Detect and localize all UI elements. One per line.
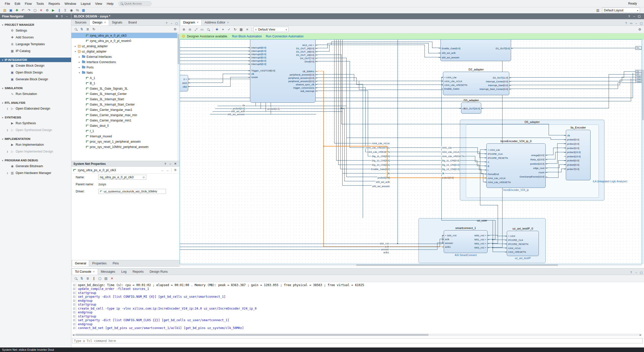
expand-hierarchy-icon[interactable]: ▦ (238, 27, 244, 32)
run-icon[interactable]: ▶ (50, 8, 56, 13)
block-pin[interactable]: Enable_Gate[0:0] (441, 46, 461, 51)
net-label[interactable]: Enable_Gate[0:0] (341, 167, 390, 171)
tree-item[interactable]: Interface Connections (71, 59, 180, 65)
block-pin[interactable]: B (487, 164, 512, 168)
block-pin[interactable]: peripheral_aresetn2[0:0] (287, 80, 315, 83)
block-pin[interactable]: AXI4_Lite_ACLK (487, 176, 512, 180)
copy-icon[interactable]: ▢ (97, 276, 103, 281)
block-pin[interactable]: Enable_Gates (443, 87, 468, 91)
block-pin[interactable]: D2_OUT[11:0] (479, 76, 509, 80)
menu-item[interactable]: Flow (22, 1, 34, 6)
block-pin[interactable]: s00_axi_aresetn (441, 55, 461, 60)
block-pin[interactable]: clk (566, 133, 581, 138)
search-icon[interactable] (73, 27, 78, 32)
block-pin[interactable]: probe1[0:0] (566, 142, 581, 146)
block-pin[interactable]: peripheral_aresetn1[0:0] (287, 76, 315, 80)
dashboard-icon[interactable]: ▥ (595, 8, 601, 13)
flow-nav-section-header[interactable]: IMPLEMENTATION (0, 137, 71, 141)
block-pin[interactable]: + AXI4_Lite (487, 148, 512, 152)
gear-icon[interactable]: ⚙ (172, 27, 178, 32)
flow-nav-item[interactable]: ▦ IP Catalog (0, 47, 71, 54)
flow-nav-item[interactable]: ▷ Open Implemented Design (0, 148, 71, 155)
search-icon[interactable] (205, 27, 211, 32)
block-pin[interactable]: Interrupt3[0:0] (250, 56, 276, 59)
flow-nav-item[interactable]: ▣ Generate Block Design (0, 76, 71, 83)
block-d2-adapter[interactable]: D2_adapter + AXI4_LiteAXI4_Lite_ACLKAXI4… (443, 67, 509, 95)
flow-nav-section-header[interactable]: PROGRAM AND DEBUG (0, 158, 71, 163)
flow-nav-item[interactable]: ∿ Run Simulation (0, 90, 71, 97)
net-label[interactable]: AXI4_Lite (441, 145, 474, 150)
block-ila-encoder[interactable]: ila_Encoder clkprobe0[0:0]probe1[0:0]pro… (566, 125, 591, 180)
line-wrap-icon[interactable]: ≣ (85, 276, 91, 281)
block-pin[interactable]: IPCORE_RESETN (487, 156, 512, 160)
block-pin[interactable]: wdt_interrupt (287, 89, 315, 93)
block-pin[interactable]: probe0[0:0] (566, 138, 581, 142)
block-pin[interactable]: s00_axi_aclk (441, 51, 461, 55)
help-icon[interactable]: ? (60, 14, 64, 19)
menu-item[interactable]: Help (104, 1, 116, 6)
undo-icon[interactable]: ↶ (20, 8, 26, 13)
close-tab-icon[interactable] (93, 270, 95, 273)
help-icon[interactable]: ? (627, 14, 631, 19)
run-connection-automation-link[interactable]: Run Connection Automation (266, 35, 303, 38)
tree-expand-icon[interactable] (78, 56, 81, 58)
tab[interactable]: Tcl Console (72, 268, 98, 275)
net-label[interactable]: clk (341, 171, 390, 175)
tree-item[interactable]: Gates_Carrier_triangular_max_min (71, 112, 180, 118)
interface-list-icon[interactable]: ≡ (244, 27, 250, 32)
help-icon[interactable]: ? (163, 162, 167, 166)
tree-expand-icon[interactable] (78, 71, 81, 74)
float-icon[interactable]: ▭ (629, 21, 633, 26)
block-pin[interactable]: M00_AXI + (473, 234, 487, 238)
tree-item[interactable]: Gates_3L_Interrupt_Start_Center (71, 102, 180, 107)
settings-icon[interactable]: ⚙ (44, 8, 50, 13)
net-label[interactable]: probe5[0:0] (195, 107, 245, 110)
minimize-icon[interactable]: ‒ (632, 14, 636, 19)
block-pin[interactable]: Trigger_AXI2TCM[0:0] (250, 69, 276, 72)
net-label[interactable]: Dig_13_Ch5[0:0] (441, 167, 474, 171)
block-pin[interactable]: position[15:0] (519, 162, 545, 166)
tree-item[interactable]: I_1 (71, 128, 180, 134)
block-pin[interactable]: + AXI4 (507, 234, 529, 238)
sum-icon[interactable]: Σ (63, 8, 68, 13)
collapse-all-icon[interactable]: ⇅ (79, 27, 85, 32)
block-pin[interactable]: clk0 (181, 85, 188, 89)
tree-item[interactable]: proc_sys_reset_1_peripheral_aresetn (71, 139, 180, 144)
diagram-horizontal-scrollbar[interactable] (180, 264, 642, 266)
block-pin[interactable]: 0 + (181, 77, 188, 81)
help-icon[interactable]: ? (629, 270, 633, 275)
minimize-icon[interactable]: ‒ (65, 14, 69, 19)
tree-item[interactable]: Gates_3L_Gate_Signals_3L (71, 86, 180, 91)
tree-item[interactable]: Ports (71, 65, 180, 70)
net-label[interactable]: Dig_12_Ch5[0:0] (341, 158, 390, 163)
net-label[interactable]: aclk1 (368, 251, 389, 254)
minimize-icon[interactable]: ‒ (634, 270, 638, 275)
make-connection-icon[interactable]: ⌖ (220, 27, 226, 32)
flow-nav-section-header[interactable]: IP INTEGRATOR (0, 58, 71, 62)
save-icon[interactable]: ▣ (8, 8, 14, 13)
gear-icon[interactable]: ⚙ (637, 27, 642, 32)
net-label[interactable]: Dig_12_Ch5[0:0] (441, 163, 474, 167)
block-pin[interactable]: Interrupt5[0:0] (250, 62, 276, 66)
tree-item[interactable]: External Interfaces (71, 54, 180, 59)
tab[interactable]: Address Editor (202, 19, 232, 26)
block-pin[interactable]: probe4[23:0] (566, 154, 581, 159)
forward-arrow-icon[interactable]: → (165, 168, 170, 172)
block-pin[interactable]: count (519, 170, 545, 174)
flow-nav-item[interactable]: ▷ Open Synthesized Design (0, 127, 71, 133)
block-pin[interactable]: A (487, 160, 512, 164)
block-pin[interactable]: PeriodEnd (487, 172, 512, 176)
tree-expand-icon[interactable] (74, 45, 77, 47)
pause-output-icon[interactable]: ∥ (91, 276, 97, 281)
block-pin[interactable]: D1_OUT_26[0:0] (287, 47, 315, 50)
block-increncoder[interactable]: IncreEncoder_V24_ip_0 + AXI4_LiteIPCORE_… (486, 139, 546, 192)
block-pin[interactable]: Dout[0:0] (287, 60, 315, 63)
block-pin[interactable]: M02_AXI + (473, 242, 487, 246)
tree-item[interactable]: Gates_3L_Interrupt_Center (71, 91, 180, 96)
tree-item[interactable]: zynq_ultra_ps_e_0_pl_clk3 (71, 33, 180, 38)
tab[interactable]: Sources (72, 19, 90, 26)
run-block-automation-link[interactable]: Run Block Automation (232, 35, 262, 38)
help-icon[interactable]: ? (164, 21, 169, 26)
external-port[interactable]: Interrupt_Start (635, 80, 642, 83)
block-pin[interactable]: probe3[23:0] (566, 150, 581, 154)
